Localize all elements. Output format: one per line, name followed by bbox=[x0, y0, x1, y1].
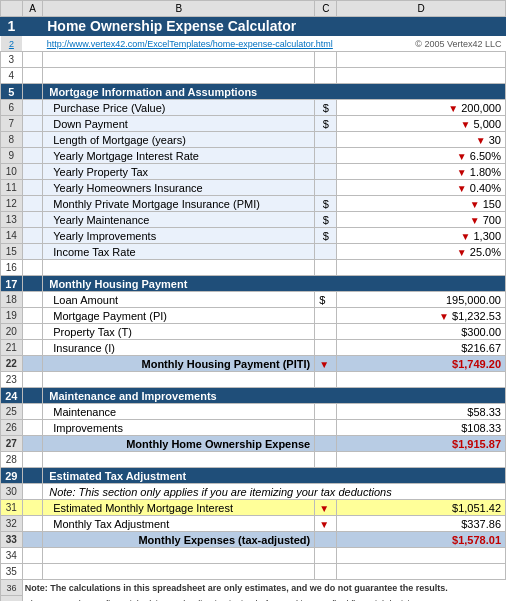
row-num-3: 3 bbox=[1, 52, 23, 68]
tax-adjustment-row: 32 Monthly Tax Adjustment ▼ $337.86 bbox=[1, 516, 506, 532]
mortgage-interest-label-a bbox=[22, 500, 42, 516]
row-num-15: 15 bbox=[1, 244, 23, 260]
empty-35a bbox=[22, 564, 42, 580]
property-tax-rate-dollar bbox=[315, 164, 337, 180]
row-num-32: 32 bbox=[1, 516, 23, 532]
maintenance-row: 25 Maintenance $58.33 bbox=[1, 404, 506, 420]
empty-row-34: 34 bbox=[1, 548, 506, 564]
mortgage-length-value[interactable]: ▼ 30 bbox=[337, 132, 506, 148]
loan-amount-label: Loan Amount bbox=[43, 292, 315, 308]
row-num-22: 22 bbox=[1, 356, 23, 372]
empty-3d bbox=[337, 52, 506, 68]
empty-23a bbox=[22, 372, 42, 388]
loan-amount-row: 18 Loan Amount $ 195,000.00 bbox=[1, 292, 506, 308]
mortgage-length-dollar bbox=[315, 132, 337, 148]
yearly-maintenance-dollar: $ bbox=[315, 212, 337, 228]
mortgage-section-header: 5 Mortgage Information and Assumptions bbox=[1, 84, 506, 100]
insurance-value: $216.67 bbox=[337, 340, 506, 356]
row-num-37: 37 bbox=[1, 596, 23, 602]
yearly-maintenance-value[interactable]: ▼ 700 bbox=[337, 212, 506, 228]
empty-16b bbox=[43, 260, 315, 276]
mortgage-header-a bbox=[22, 84, 42, 100]
spreadsheet-title: Home Ownership Expense Calculator bbox=[43, 17, 506, 36]
income-tax-rate-value[interactable]: ▼ 25.0% bbox=[337, 244, 506, 260]
mortgage-interest-row: 31 Estimated Monthly Mortgage Interest ▼… bbox=[1, 500, 506, 516]
property-tax-rate-amount: 1.80% bbox=[470, 166, 501, 178]
copyright-text: © 2005 Vertex42 LLC bbox=[337, 36, 506, 52]
row-num-14: 14 bbox=[1, 228, 23, 244]
empty-16c bbox=[315, 260, 337, 276]
pmi-value[interactable]: ▼ 150 bbox=[337, 196, 506, 212]
row-num-4: 4 bbox=[1, 68, 23, 84]
purchase-price-row: 6 Purchase Price (Value) $ ▼ 200,000 bbox=[1, 100, 506, 116]
loan-amount-label-a bbox=[22, 292, 42, 308]
tax-note-row: 30 Note: This section only applies if yo… bbox=[1, 484, 506, 500]
monthly-housing-total-value: $1,749.20 bbox=[337, 356, 506, 372]
empty-23c bbox=[315, 372, 337, 388]
pmi-row: 12 Monthly Private Mortgage Insurance (P… bbox=[1, 196, 506, 212]
down-payment-arrow: ▼ bbox=[461, 119, 471, 130]
down-payment-row: 7 Down Payment $ ▼ 5,000 bbox=[1, 116, 506, 132]
down-payment-amount: 5,000 bbox=[473, 118, 501, 130]
maintenance-header-label: Maintenance and Improvements bbox=[43, 388, 506, 404]
mortgage-length-row: 8 Length of Mortgage (years) ▼ 30 bbox=[1, 132, 506, 148]
row-num-30: 30 bbox=[1, 484, 23, 500]
home-ownership-total-dollar bbox=[315, 436, 337, 452]
improvements-value: $108.33 bbox=[337, 420, 506, 436]
homeowners-insurance-arrow: ▼ bbox=[457, 183, 467, 194]
property-tax-rate-label: Yearly Property Tax bbox=[43, 164, 315, 180]
improvements-label-a bbox=[22, 420, 42, 436]
mortgage-interest-value: $1,051.42 bbox=[337, 500, 506, 516]
empty-4b bbox=[43, 68, 315, 84]
interest-rate-dollar bbox=[315, 148, 337, 164]
title-col-a bbox=[22, 17, 42, 36]
homeowners-insurance-dollar bbox=[315, 180, 337, 196]
homeowners-insurance-amount: 0.40% bbox=[470, 182, 501, 194]
tax-adjustment-dollar: ▼ bbox=[315, 516, 337, 532]
property-tax-rate-value[interactable]: ▼ 1.80% bbox=[337, 164, 506, 180]
monthly-housing-total-label: Monthly Housing Payment (PITI) bbox=[43, 356, 315, 372]
monthly-housing-total-label-a bbox=[22, 356, 42, 372]
mortgage-interest-arrow: ▼ bbox=[319, 503, 329, 514]
yearly-maintenance-label: Yearly Maintenance bbox=[43, 212, 315, 228]
purchase-price-value[interactable]: ▼ 200,000 bbox=[337, 100, 506, 116]
website-link[interactable]: http://www.vertex42.com/ExcelTemplates/h… bbox=[43, 36, 337, 52]
purchase-price-arrow: ▼ bbox=[448, 103, 458, 114]
row-num-19: 19 bbox=[1, 308, 23, 324]
tax-adjusted-total-label: Monthly Expenses (tax-adjusted) bbox=[43, 532, 315, 548]
purchase-price-label-a bbox=[22, 100, 42, 116]
down-payment-label-a bbox=[22, 116, 42, 132]
row-num-21: 21 bbox=[1, 340, 23, 356]
homeowners-insurance-value[interactable]: ▼ 0.40% bbox=[337, 180, 506, 196]
down-payment-value[interactable]: ▼ 5,000 bbox=[337, 116, 506, 132]
empty-28c bbox=[315, 452, 337, 468]
yearly-improvements-label: Yearly Improvements bbox=[43, 228, 315, 244]
row-num-9: 9 bbox=[1, 148, 23, 164]
income-tax-rate-amount: 25.0% bbox=[470, 246, 501, 258]
empty-34c bbox=[315, 548, 337, 564]
empty-23b bbox=[43, 372, 315, 388]
tax-adjustment-label: Monthly Tax Adjustment bbox=[43, 516, 315, 532]
purchase-price-amount: 200,000 bbox=[461, 102, 501, 114]
property-tax-value: $300.00 bbox=[337, 324, 506, 340]
col-header-b: B bbox=[43, 1, 315, 17]
col-header-a: A bbox=[22, 1, 42, 17]
improvements-row: 26 Improvements $108.33 bbox=[1, 420, 506, 436]
interest-rate-value[interactable]: ▼ 6.50% bbox=[337, 148, 506, 164]
empty-row-16: 16 bbox=[1, 260, 506, 276]
loan-amount-value: 195,000.00 bbox=[337, 292, 506, 308]
improvements-label: Improvements bbox=[43, 420, 315, 436]
property-tax-label: Property Tax (T) bbox=[43, 324, 315, 340]
insurance-dollar bbox=[315, 340, 337, 356]
tax-note-text: Note: This section only applies if you a… bbox=[43, 484, 506, 500]
row-num-5: 5 bbox=[1, 84, 23, 100]
monthly-housing-total-dollar: ▼ bbox=[315, 356, 337, 372]
property-tax-dollar bbox=[315, 324, 337, 340]
footer-note-2: Please consult your financial advisor or… bbox=[22, 596, 505, 602]
empty-16a bbox=[22, 260, 42, 276]
row-num-11: 11 bbox=[1, 180, 23, 196]
yearly-improvements-value[interactable]: ▼ 1,300 bbox=[337, 228, 506, 244]
row-num-2: 2 bbox=[1, 36, 23, 52]
row-num-24: 24 bbox=[1, 388, 23, 404]
property-tax-label-a bbox=[22, 324, 42, 340]
